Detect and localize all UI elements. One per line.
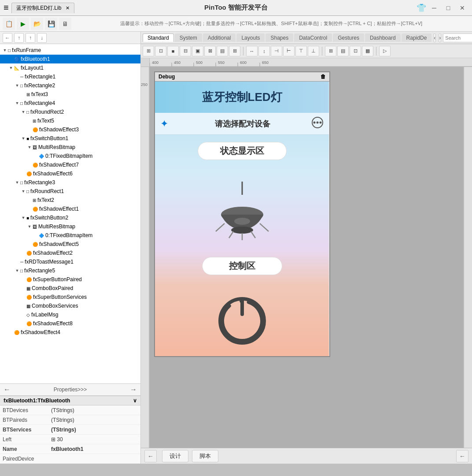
- tree-item[interactable]: ▦ComboBoxPaired: [0, 284, 140, 293]
- ts-btn-18[interactable]: ▩: [362, 46, 373, 56]
- search-input[interactable]: [443, 33, 472, 42]
- properties-link[interactable]: Properties>>>: [54, 387, 87, 393]
- tree-item-label: fxRectangle1: [25, 74, 55, 80]
- tab-standard[interactable]: Standard: [143, 33, 174, 42]
- toolbar-btn-1[interactable]: 📋: [3, 18, 15, 30]
- tree-item[interactable]: 🟠fxSuperButtonServices: [0, 293, 140, 301]
- tree-item[interactable]: 🟠fxShadowEffect3: [0, 125, 140, 134]
- tree-item[interactable]: ─fxRectangle1: [0, 72, 140, 81]
- tree-item[interactable]: 🔷0:TFixedBitmapItem: [0, 152, 140, 160]
- tree-item[interactable]: ▼□fxRectangle5: [0, 266, 140, 275]
- bottom-forward-btn[interactable]: ←: [456, 450, 468, 462]
- script-button[interactable]: 脚本: [192, 450, 218, 462]
- right-arrow[interactable]: →: [130, 386, 137, 394]
- app-tab[interactable]: 蓝牙控制LED灯.Lib ✕: [11, 3, 74, 13]
- ts-btn-7[interactable]: ▤: [217, 46, 228, 56]
- tree-item[interactable]: ▼📐fxLayout1: [0, 63, 140, 72]
- ts-btn-13[interactable]: ⊤: [295, 46, 307, 56]
- bluetooth-bar[interactable]: ✦ 请选择配对设备: [155, 113, 329, 135]
- tree-item[interactable]: 🟠fxShadowEffect1: [0, 205, 140, 213]
- tree-item[interactable]: 🟠fxShadowEffect5: [0, 240, 140, 249]
- tree-item[interactable]: ▼🖼MultiResBitmap: [0, 143, 140, 152]
- prop-row[interactable]: BTPaireds (TStrings): [0, 415, 140, 425]
- toolbar-run-btn[interactable]: ▶: [17, 18, 29, 30]
- tree-item[interactable]: ▼□fxRoundRect2: [0, 108, 140, 116]
- canvas-viewport[interactable]: Debug 🗑 蓝牙控制LED灯: [150, 67, 463, 448]
- restore-button[interactable]: □: [442, 3, 454, 13]
- tree-item[interactable]: ⊞fxText2: [0, 196, 140, 205]
- prop-row[interactable]: BTServices (TStrings): [0, 425, 140, 435]
- ts-btn-16[interactable]: ▤: [337, 46, 349, 56]
- tree-item[interactable]: 🟠fxShadowEffect8: [0, 319, 140, 328]
- ts-btn-15[interactable]: ⊞: [325, 46, 336, 56]
- close-button[interactable]: ✕: [456, 3, 468, 13]
- ts-btn-11[interactable]: ⊣: [271, 46, 282, 56]
- tab-dashboard[interactable]: Dashboard: [365, 33, 401, 42]
- toolbar-open-btn[interactable]: 📂: [31, 18, 43, 30]
- ts-btn-3[interactable]: ■: [167, 46, 179, 56]
- props-collapse-btn[interactable]: ∨: [133, 398, 137, 404]
- ts-btn-6[interactable]: ⊠: [204, 46, 216, 56]
- ts-btn-10[interactable]: ↕: [258, 46, 270, 56]
- tab-gestures[interactable]: Gestures: [333, 33, 364, 42]
- tree-item[interactable]: 🟠fxShadowEffect6: [0, 169, 140, 178]
- tree-item[interactable]: ▼■fxSwitchButton1: [0, 134, 140, 143]
- tree-item-label: fxShadowEffect3: [39, 126, 79, 133]
- ts-btn-2[interactable]: ⊡: [155, 46, 166, 56]
- tab-datacontrol[interactable]: DataControl: [294, 33, 332, 42]
- tab-layouts[interactable]: Layouts: [236, 33, 265, 42]
- ts-btn-14[interactable]: ⊥: [308, 46, 319, 56]
- tab-shapes[interactable]: Shapes: [266, 33, 293, 42]
- tree-item[interactable]: ▼□fxRectangle4: [0, 99, 140, 108]
- nav-back-btn[interactable]: ←: [3, 33, 12, 43]
- tree-item[interactable]: ▼□fxRunFrame: [0, 46, 140, 55]
- ts-btn-9[interactable]: ↔: [246, 46, 258, 56]
- tree-item[interactable]: 🟠fxShadowEffect7: [0, 160, 140, 169]
- tree-item[interactable]: ▼🖼MultiResBitmap: [0, 222, 140, 231]
- tab-nav-right[interactable]: ›: [439, 33, 441, 42]
- tree-item[interactable]: ▼□fxRoundRect1: [0, 187, 140, 196]
- nav-up-btn[interactable]: ↑: [26, 33, 35, 43]
- tree-item[interactable]: ⊞fxText5: [0, 116, 140, 125]
- ts-btn-17[interactable]: ⊡: [350, 46, 361, 56]
- toolbar-save-btn[interactable]: 💾: [45, 18, 57, 30]
- tree-item[interactable]: 🔷0:TFixedBitmapItem: [0, 231, 140, 240]
- prop-row[interactable]: Left ⊞ 30: [0, 435, 140, 444]
- prop-row[interactable]: Name fxBluetooth1: [0, 444, 140, 454]
- tab-additional[interactable]: Additional: [203, 33, 236, 42]
- tree-item[interactable]: ▼□fxRectangle3: [0, 178, 140, 187]
- toolbar-screen-btn[interactable]: 🖥: [59, 18, 71, 30]
- left-arrow[interactable]: ←: [4, 386, 11, 394]
- tab-nav-left[interactable]: ‹: [433, 33, 436, 42]
- tree-item[interactable]: 🟠fxShadowEffect4: [0, 328, 140, 337]
- tree-item[interactable]: 🟠fxSuperButtonPaired: [0, 275, 140, 284]
- tab-rapidde[interactable]: RapidDe: [402, 33, 432, 42]
- bottom-back-btn[interactable]: ←: [144, 450, 157, 462]
- ts-btn-12[interactable]: ⊢: [283, 46, 295, 56]
- tree-item[interactable]: ▼■fxSwitchButton2: [0, 213, 140, 222]
- prop-row[interactable]: BTDevices (TStrings): [0, 405, 140, 415]
- ts-btn-5[interactable]: ▣: [192, 46, 203, 56]
- ts-btn-19[interactable]: ▷: [379, 46, 391, 56]
- tree-item[interactable]: ⊞fxText3: [0, 90, 140, 99]
- ts-btn-8[interactable]: ⊞: [229, 46, 240, 56]
- tab-close-icon[interactable]: ✕: [66, 5, 70, 11]
- tree-item[interactable]: 🔵fxBluetooth1: [0, 55, 140, 63]
- main-area: ← ↑ ↑ ↓ ▼□fxRunFrame 🔵fxBluetooth1▼📐fxLa…: [0, 32, 472, 464]
- minimize-button[interactable]: ─: [428, 3, 440, 13]
- nav-forward-btn[interactable]: ↑: [14, 33, 24, 43]
- tree-item[interactable]: ◇fxLabelMsg: [0, 310, 140, 319]
- design-button[interactable]: 设计: [162, 450, 188, 462]
- tree-item[interactable]: ─fxRDToastMessage1: [0, 257, 140, 266]
- component-tree[interactable]: ▼□fxRunFrame 🔵fxBluetooth1▼📐fxLayout1 ─f…: [0, 44, 140, 384]
- tree-item[interactable]: 🟠fxShadowEffect2: [0, 249, 140, 257]
- ts-btn-4[interactable]: ⊟: [180, 46, 191, 56]
- debug-delete-btn[interactable]: 🗑: [321, 74, 326, 80]
- tab-system[interactable]: System: [175, 33, 202, 42]
- prop-row[interactable]: PairedDevice: [0, 454, 140, 464]
- tree-item[interactable]: ▼□fxRectangle2: [0, 81, 140, 90]
- ts-btn-1[interactable]: ⊞: [143, 46, 154, 56]
- tree-item[interactable]: ▦ComboBoxServices: [0, 301, 140, 310]
- nav-down-btn[interactable]: ↓: [37, 33, 47, 43]
- tree-item-label: fxText3: [31, 91, 48, 97]
